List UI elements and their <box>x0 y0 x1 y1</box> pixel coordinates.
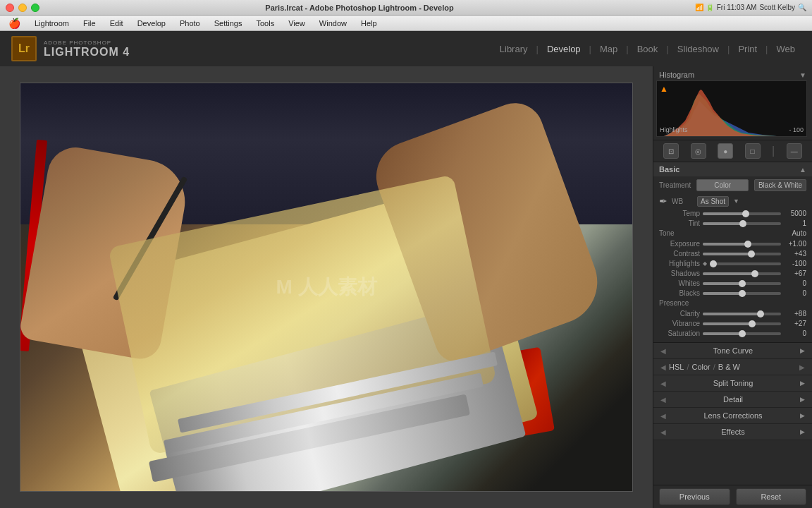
split-toning-section[interactable]: ◀ Split Toning ▶ <box>653 375 812 392</box>
saturation-value: 0 <box>784 329 806 337</box>
tab-book[interactable]: Book <box>632 41 664 57</box>
hsl-section[interactable]: ◀ HSL / Color / B & W ▶ <box>653 359 812 375</box>
vibrance-slider-thumb[interactable] <box>749 320 756 327</box>
lightroom-menu-item[interactable]: Lightroom <box>32 18 72 29</box>
hsl-bw-label: B & W <box>718 363 740 371</box>
split-toning-title: Split Toning <box>713 379 753 387</box>
tab-print[interactable]: Print <box>732 41 763 57</box>
vibrance-label: Vibrance <box>659 320 700 327</box>
tab-map[interactable]: Map <box>594 41 623 57</box>
grad-filter-tool[interactable]: □ <box>745 143 761 159</box>
nav-sep-3: | <box>626 44 628 54</box>
bw-treatment-btn[interactable]: Black & White <box>754 179 806 191</box>
menubar: 🍎 Lightroom File Edit Develop Photo Sett… <box>0 16 812 31</box>
nav-sep-2: | <box>589 44 591 54</box>
temp-slider-track <box>703 212 781 215</box>
tone-curve-section[interactable]: ◀ Tone Curve ▶ <box>653 343 812 359</box>
minimize-button[interactable] <box>18 4 27 12</box>
edit-menu-item[interactable]: Edit <box>107 18 126 29</box>
apple-menu-item[interactable]: 🍎 <box>6 16 23 30</box>
tone-auto[interactable]: Auto <box>792 229 806 237</box>
nav-sep-1: | <box>536 44 539 54</box>
photo-container: M 人人素材 <box>20 83 633 492</box>
highlights-slider-thumb[interactable] <box>710 260 717 267</box>
shadows-slider-thumb[interactable] <box>751 270 758 277</box>
settings-menu-item[interactable]: Settings <box>211 18 245 29</box>
window-menu-item[interactable]: Window <box>316 18 350 29</box>
red-eye-tool[interactable]: ● <box>718 143 733 159</box>
detail-arrow: ▶ <box>800 396 805 403</box>
contrast-slider-row: Contrast +43 <box>659 250 806 258</box>
effects-section[interactable]: ◀ Effects ▶ <box>653 424 812 440</box>
tint-slider-thumb[interactable] <box>739 220 746 227</box>
tab-library[interactable]: Library <box>494 41 534 57</box>
tools-menu-item[interactable]: Tools <box>253 18 277 29</box>
temp-slider-thumb[interactable] <box>742 210 749 217</box>
histogram-title: Histogram <box>659 71 694 79</box>
basic-panel-header[interactable]: Basic ▲ <box>653 162 812 176</box>
tab-develop[interactable]: Develop <box>541 41 586 57</box>
presence-label: Presence <box>659 299 689 307</box>
detail-title: Detail <box>723 395 743 404</box>
color-treatment-btn[interactable]: Color <box>696 179 749 191</box>
detail-left-icon: ◀ <box>660 396 666 404</box>
help-menu-item[interactable]: Help <box>358 18 380 29</box>
shadows-slider-track <box>703 272 781 275</box>
contrast-slider-thumb[interactable] <box>748 250 755 258</box>
blacks-slider-thumb[interactable] <box>739 290 746 297</box>
tone-curve-title: Tone Curve <box>713 346 753 355</box>
saturation-slider-fill <box>703 332 742 335</box>
reset-button[interactable]: Reset <box>736 488 807 505</box>
clarity-slider-thumb[interactable] <box>757 310 764 318</box>
lens-corrections-arrow: ▶ <box>800 412 805 419</box>
highlights-slider-value: -100 <box>784 260 806 267</box>
bottom-buttons: Previous Reset <box>653 485 812 508</box>
shadows-slider-row: Shadows +67 <box>659 270 806 277</box>
shadows-slider-fill <box>703 272 755 275</box>
spot-heal-tool[interactable]: ◎ <box>691 143 706 159</box>
histogram-section: Histogram ▼ ▲ Highlights - 100 <box>653 66 812 140</box>
crop-tool[interactable]: ⊡ <box>663 143 679 159</box>
highlights-icon: ◆ <box>703 260 707 267</box>
lens-corrections-section[interactable]: ◀ Lens Corrections ▶ <box>653 408 812 424</box>
clarity-label: Clarity <box>659 310 700 318</box>
wb-label: WB <box>672 198 693 205</box>
exposure-slider-track <box>703 243 781 246</box>
wb-dropdown[interactable]: As Shot <box>697 196 729 207</box>
exposure-value: +1.00 <box>784 240 806 248</box>
app-title: ADOBE PHOTOSHOP LIGHTROOM 4 <box>44 40 130 59</box>
basic-panel-collapse: ▲ <box>799 166 806 174</box>
lr-logo: Lr <box>11 36 37 61</box>
tab-slideshow[interactable]: Slideshow <box>672 41 725 57</box>
wb-eyedropper-icon[interactable]: ✒ <box>659 195 668 207</box>
blacks-slider-track <box>703 292 781 295</box>
close-button[interactable] <box>6 4 14 12</box>
previous-button[interactable]: Previous <box>659 488 730 505</box>
view-menu-item[interactable]: View <box>285 18 308 29</box>
temp-label: Temp <box>659 210 700 217</box>
effects-left-icon: ◀ <box>660 428 666 436</box>
maximize-button[interactable] <box>31 4 39 12</box>
exposure-label: Exposure <box>659 240 700 248</box>
histogram-collapse-icon[interactable]: ▼ <box>799 71 806 79</box>
photo-menu-item[interactable]: Photo <box>177 18 203 29</box>
histogram-canvas: ▲ Highlights - 100 <box>656 80 807 137</box>
saturation-slider-thumb[interactable] <box>739 330 746 337</box>
vibrance-value: +27 <box>784 320 806 327</box>
file-menu-item[interactable]: File <box>80 18 99 29</box>
tab-web[interactable]: Web <box>771 41 801 57</box>
treatment-row: Treatment Color Black & White <box>659 179 806 191</box>
develop-menu-item[interactable]: Develop <box>135 18 168 29</box>
temp-slider-fill <box>703 212 746 215</box>
exposure-slider-thumb[interactable] <box>744 241 751 248</box>
detail-section[interactable]: ◀ Detail ▶ <box>653 392 812 408</box>
tint-value: 1 <box>784 219 806 227</box>
tint-slider-fill <box>703 222 743 225</box>
exposure-slider-fill <box>703 243 748 246</box>
whites-value: 0 <box>784 279 806 287</box>
highlights-label: Highlights <box>660 126 688 133</box>
highlights-slider-row: Highlights ◆ -100 <box>659 260 806 267</box>
brush-tool[interactable]: — <box>787 143 802 159</box>
whites-slider-thumb[interactable] <box>739 280 746 287</box>
saturation-slider-row: Saturation 0 <box>659 329 806 337</box>
